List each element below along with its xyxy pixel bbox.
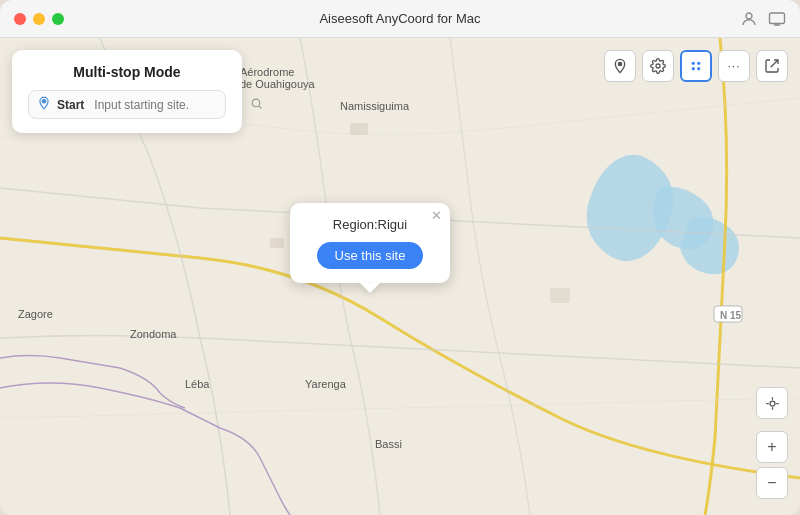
svg-point-7 [618,62,621,65]
svg-line-17 [259,106,261,108]
start-input[interactable] [94,98,244,112]
zoom-out-button[interactable]: − [756,467,788,499]
move-mode-button[interactable] [680,50,712,82]
svg-point-18 [770,401,775,406]
maximize-button[interactable] [52,13,64,25]
title-bar: Aiseesoft AnyCoord for Mac [0,0,800,38]
svg-rect-6 [714,306,742,322]
location-icon [37,96,51,113]
popup-region-text: Region:Rigui [308,217,432,232]
start-label: Start [57,98,84,112]
popup-close-button[interactable]: ✕ [431,209,442,222]
svg-rect-3 [350,123,368,135]
user-icon[interactable] [740,10,758,28]
svg-point-10 [697,62,700,65]
toolbar: ··· [604,50,788,82]
svg-point-9 [692,62,695,65]
svg-line-13 [771,60,778,67]
options-button[interactable]: ··· [718,50,750,82]
locate-button[interactable] [756,387,788,419]
multistop-panel: Multi-stop Mode Start [12,50,242,133]
close-button[interactable] [14,13,26,25]
svg-rect-4 [270,238,284,248]
minimize-button[interactable] [33,13,45,25]
svg-point-11 [692,67,695,70]
svg-rect-5 [550,288,570,303]
svg-point-16 [253,99,261,107]
svg-point-15 [43,100,46,103]
svg-point-12 [697,67,700,70]
location-popup: ✕ Region:Rigui Use this site [290,203,450,283]
export-button[interactable] [756,50,788,82]
svg-rect-1 [770,13,785,24]
settings-button[interactable] [642,50,674,82]
multistop-title: Multi-stop Mode [28,64,226,80]
screen-icon[interactable] [768,10,786,28]
map-area[interactable]: Aérodromede Ouahigouya Namissiguima Zago… [0,38,800,515]
search-icon[interactable] [250,97,263,113]
zoom-controls: + − [756,387,788,499]
title-icon-group [740,10,786,28]
svg-point-0 [746,13,752,19]
app-title: Aiseesoft AnyCoord for Mac [319,11,480,26]
svg-point-8 [656,64,660,68]
start-input-row[interactable]: Start [28,90,226,119]
zoom-in-button[interactable]: + [756,431,788,463]
use-site-button[interactable]: Use this site [317,242,424,269]
traffic-lights [14,13,64,25]
pin-mode-button[interactable] [604,50,636,82]
